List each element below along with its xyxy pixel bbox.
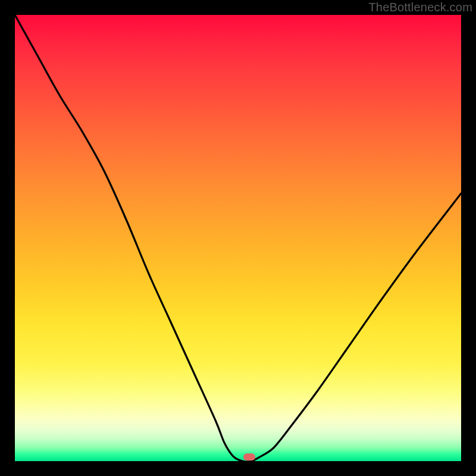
- optimum-marker-icon: [243, 453, 255, 461]
- attribution-label: TheBottleneck.com: [368, 1, 472, 14]
- bottleneck-curve: [15, 15, 461, 461]
- chart-frame: TheBottleneck.com: [0, 0, 476, 476]
- plot-area: [15, 15, 461, 461]
